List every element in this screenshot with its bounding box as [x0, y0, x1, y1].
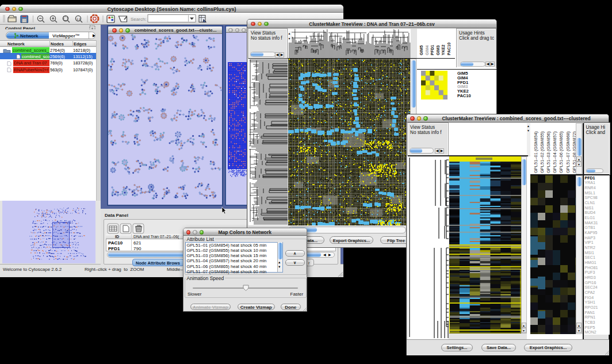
svg-text:Search:: Search:	[131, 17, 147, 22]
svg-text:1:1: 1:1	[76, 17, 81, 21]
